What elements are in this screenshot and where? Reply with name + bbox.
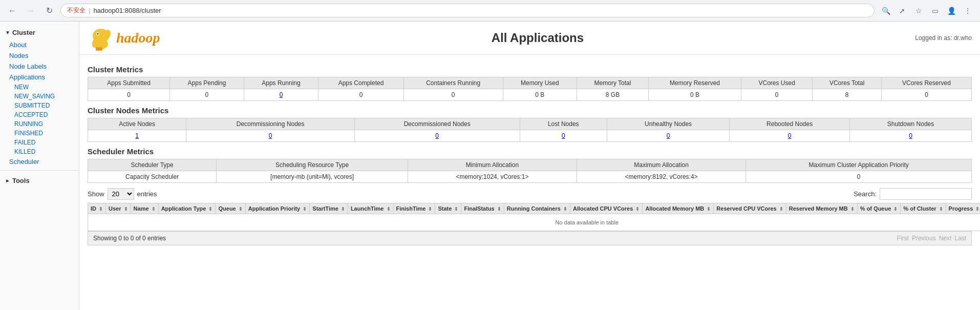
- sidebar-item-apps-failed[interactable]: FAILED: [0, 138, 79, 147]
- sidebar-item-nodes[interactable]: Nodes: [0, 50, 79, 61]
- cluster-nodes-val-link-3[interactable]: 0: [562, 132, 565, 139]
- cluster-metrics-val-9: 8: [813, 89, 882, 101]
- sort-arrows-6: ⇕: [341, 206, 345, 212]
- sort-arrows-17: ⇕: [939, 206, 943, 212]
- sidebar-item-about[interactable]: About: [0, 39, 79, 50]
- cluster-metrics-val-4: 0: [403, 89, 503, 101]
- cluster-triangle: ▼: [5, 30, 10, 35]
- sort-arrows-0: ⇕: [99, 206, 103, 212]
- app-table-col-4[interactable]: Queue ⇕: [216, 203, 245, 214]
- address-bar[interactable]: 不安全 | hadoop01:8088/cluster: [60, 4, 875, 17]
- cluster-nodes-val-link-2[interactable]: 0: [435, 132, 439, 139]
- app-table-col-0[interactable]: ID ⇕: [88, 203, 106, 214]
- app-table-col-10[interactable]: FinalStatus ⇕: [461, 203, 504, 214]
- back-button[interactable]: ←: [5, 4, 19, 18]
- bookmark-button[interactable]: ☆: [911, 4, 926, 18]
- cluster-metrics-val-0: 0: [88, 89, 170, 101]
- sidebar-item-apps-new-saving[interactable]: NEW_SAVING: [0, 92, 79, 101]
- cluster-nodes-metrics-header: Cluster Nodes Metrics: [88, 106, 972, 115]
- cluster-nodes-val-link-1[interactable]: 0: [269, 132, 272, 139]
- showing-text: Showing 0 to 0 of 0 entries: [93, 235, 166, 242]
- cluster-label: Cluster: [12, 29, 35, 36]
- app-table-col-7[interactable]: LaunchTime ⇕: [348, 203, 393, 214]
- app-table-col-5[interactable]: Application Priority ⇕: [245, 203, 310, 214]
- main-content: Cluster Metrics Apps SubmittedApps Pendi…: [79, 55, 980, 251]
- cluster-nodes-val-link-0[interactable]: 1: [135, 132, 139, 139]
- sort-arrows-15: ⇕: [850, 206, 855, 212]
- cluster-metrics-header: Cluster Metrics: [88, 65, 972, 74]
- cluster-metrics-col-7: Memory Reserved: [648, 77, 741, 89]
- forward-button[interactable]: →: [24, 4, 38, 18]
- sidebar-item-apps-new[interactable]: NEW: [0, 82, 79, 92]
- sidebar-item-apps-accepted[interactable]: ACCEPTED: [0, 110, 79, 119]
- app-table-col-14[interactable]: Reserved CPU VCores ⇕: [714, 203, 786, 214]
- sidebar-item-apps-submitted[interactable]: SUBMITTED: [0, 101, 79, 110]
- app-table-col-8[interactable]: FinishTime ⇕: [393, 203, 435, 214]
- cluster-section-header[interactable]: ▼ Cluster: [0, 26, 79, 39]
- app-table-col-3[interactable]: Application Type ⇕: [158, 203, 216, 214]
- sort-arrows-1: ⇕: [124, 206, 128, 212]
- cluster-nodes-col-4: Unhealthy Nodes: [607, 118, 729, 130]
- cluster-metrics-val-link-2[interactable]: 0: [280, 91, 283, 98]
- sort-arrows-13: ⇕: [707, 206, 711, 212]
- next-button[interactable]: Next: [939, 235, 952, 242]
- sort-arrows-7: ⇕: [387, 206, 391, 212]
- tools-triangle: ►: [5, 178, 10, 183]
- sidebar: ▼ Cluster About Nodes Node Labels Applic…: [0, 22, 79, 310]
- app-table-col-12[interactable]: Allocated CPU VCores ⇕: [570, 203, 642, 214]
- cluster-metrics-col-5: Memory Used: [503, 77, 577, 89]
- app-table-col-6[interactable]: StartTime ⇕: [310, 203, 348, 214]
- table-controls: Show 20 50 100 entries Search:: [88, 188, 972, 200]
- sort-arrows-14: ⇕: [779, 206, 783, 212]
- reload-button[interactable]: ↻: [42, 4, 56, 18]
- cluster-nodes-val-link-5[interactable]: 0: [788, 132, 792, 139]
- svg-point-4: [105, 30, 111, 38]
- first-button[interactable]: First: [897, 235, 909, 242]
- scheduler-val-4: 0: [746, 171, 972, 183]
- sort-arrows-5: ⇕: [303, 206, 307, 212]
- hadoop-elephant-icon: [88, 25, 114, 51]
- app-table-col-11[interactable]: Running Containers ⇕: [504, 203, 570, 214]
- hadoop-logo-text: hadoop: [116, 30, 160, 46]
- sort-arrows-4: ⇕: [239, 206, 243, 212]
- search-input[interactable]: [880, 188, 972, 200]
- entries-select[interactable]: 20 50 100: [108, 188, 134, 200]
- scheduler-col-0: Scheduler Type: [88, 159, 217, 171]
- cluster-nodes-val-link-6[interactable]: 0: [909, 132, 912, 139]
- app-table-col-9[interactable]: State ⇕: [435, 203, 461, 214]
- sidebar-item-scheduler[interactable]: Scheduler: [0, 156, 79, 167]
- previous-button[interactable]: Previous: [912, 235, 936, 242]
- app-table-col-13[interactable]: Allocated Memory MB ⇕: [643, 203, 714, 214]
- app-table-col-16[interactable]: % of Queue ⇕: [857, 203, 901, 214]
- app-table-col-2[interactable]: Name ⇕: [131, 203, 158, 214]
- sidebar-item-apps-finished[interactable]: FINISHED: [0, 129, 79, 138]
- sort-arrows-10: ⇕: [497, 206, 501, 212]
- profile-button[interactable]: 👤: [944, 4, 958, 18]
- menu-button[interactable]: ⋮: [961, 4, 975, 18]
- scheduler-metrics-table: Scheduler TypeScheduling Resource TypeMi…: [88, 159, 972, 183]
- cluster-metrics-val-1: 0: [170, 89, 244, 101]
- sidebar-item-applications[interactable]: Applications: [0, 72, 79, 82]
- tools-section-header[interactable]: ► Tools: [0, 174, 79, 188]
- share-button[interactable]: ➚: [895, 4, 909, 18]
- search-button[interactable]: 🔍: [879, 4, 893, 18]
- sidebar-item-apps-running[interactable]: RUNNING: [0, 119, 79, 129]
- logged-in-info: Logged in as: dr.who: [915, 34, 972, 42]
- cluster-metrics-col-0: Apps Submitted: [88, 77, 170, 89]
- app-table-col-15[interactable]: Reserved Memory MB ⇕: [786, 203, 857, 214]
- sidebar-item-apps-killed[interactable]: KILLED: [0, 147, 79, 156]
- scheduler-metrics-header: Scheduler Metrics: [88, 147, 972, 156]
- app-table-col-17[interactable]: % of Cluster ⇕: [901, 203, 946, 214]
- scheduler-col-3: Maximum Allocation: [577, 159, 746, 171]
- sidebar-item-node-labels[interactable]: Node Labels: [0, 61, 79, 72]
- app-table-col-1[interactable]: User ⇕: [106, 203, 131, 214]
- tablet-button[interactable]: ▭: [928, 4, 942, 18]
- cluster-nodes-val-link-4[interactable]: 0: [667, 132, 670, 139]
- scheduler-col-2: Minimum Allocation: [408, 159, 577, 171]
- scheduler-col-1: Scheduling Resource Type: [217, 159, 408, 171]
- scheduler-col-4: Maximum Cluster Application Priority: [746, 159, 972, 171]
- app-table-col-18[interactable]: Progress ⇕: [946, 203, 980, 214]
- last-button[interactable]: Last: [954, 235, 966, 242]
- cluster-metrics-col-6: Memory Total: [577, 77, 649, 89]
- browser-actions: 🔍 ➚ ☆ ▭ 👤 ⋮: [879, 4, 975, 18]
